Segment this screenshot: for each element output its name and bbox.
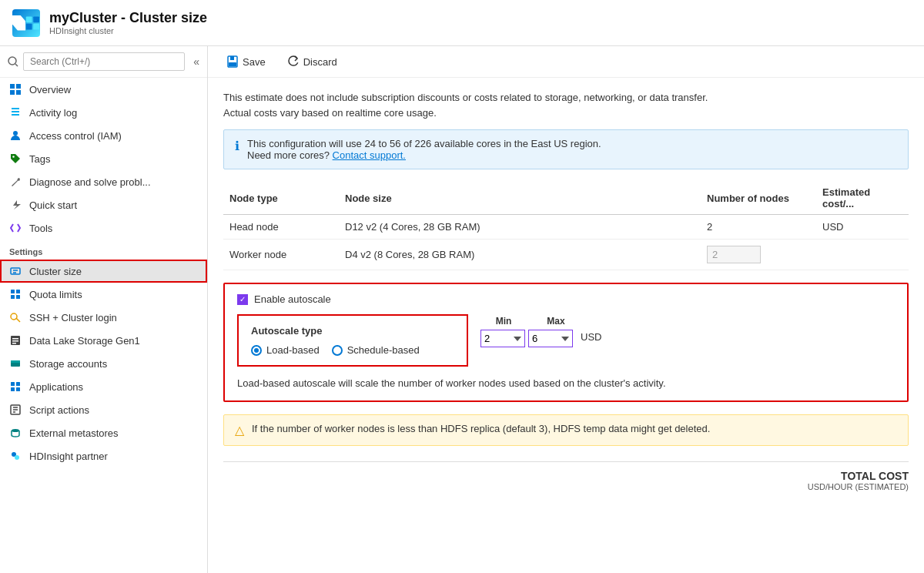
partner-icon xyxy=(9,450,22,462)
wrench-icon xyxy=(9,176,22,188)
svg-rect-9 xyxy=(16,90,21,95)
page-subtitle: HDInsight cluster xyxy=(49,26,207,35)
max-select[interactable]: 6 7 8 xyxy=(528,330,573,347)
col-node-type: Node type xyxy=(223,182,339,215)
svg-line-5 xyxy=(15,64,18,66)
sidebar-item-applications[interactable]: Applications xyxy=(0,375,207,398)
sidebar-item-label: Data Lake Storage Gen1 xyxy=(29,335,140,347)
total-cost-label: TOTAL COST USD/HOUR (ESTIMATED) xyxy=(808,470,909,491)
sidebar-item-tags[interactable]: Tags xyxy=(0,147,207,170)
discard-icon xyxy=(287,55,300,68)
autoscale-description: Load-based autoscale will scale the numb… xyxy=(237,376,895,391)
content-area: Save Discard This estimate does not incl… xyxy=(208,46,924,573)
svg-rect-15 xyxy=(11,268,20,274)
enable-autoscale-label: Enable autoscale xyxy=(254,293,331,305)
schedule-based-option[interactable]: Schedule-based xyxy=(332,344,420,356)
sidebar-item-label: HDInsight partner xyxy=(29,451,108,462)
sidebar-item-label: SSH + Cluster login xyxy=(29,312,117,323)
sidebar-item-label: Activity log xyxy=(29,107,77,119)
autoscale-section: Enable autoscale Autoscale type Load-bas… xyxy=(223,283,909,402)
save-icon xyxy=(226,55,239,68)
sidebar-item-label: Cluster size xyxy=(29,266,82,277)
min-select[interactable]: 2 3 4 xyxy=(480,330,525,347)
svg-rect-7 xyxy=(16,84,21,89)
svg-rect-43 xyxy=(229,62,236,66)
svg-rect-11 xyxy=(12,111,19,112)
warning-text: If the number of worker nodes is less th… xyxy=(252,423,710,434)
svg-point-14 xyxy=(12,156,14,157)
svg-rect-19 xyxy=(16,290,20,293)
search-input[interactable] xyxy=(23,52,185,71)
sidebar-item-overview[interactable]: Overview xyxy=(0,78,207,101)
num-nodes-worker xyxy=(701,240,816,270)
sidebar-item-script-actions[interactable]: Script actions xyxy=(0,398,207,421)
node-table: Node type Node size Number of nodes Esti… xyxy=(223,182,909,270)
schedule-based-radio[interactable] xyxy=(332,345,343,356)
discard-button[interactable]: Discard xyxy=(281,52,343,71)
svg-point-40 xyxy=(15,455,19,460)
sidebar-item-quickstart[interactable]: Quick start xyxy=(0,193,207,216)
num-nodes-head: 2 xyxy=(701,215,816,240)
load-based-option[interactable]: Load-based xyxy=(251,344,320,356)
sidebar-item-label: Quick start xyxy=(29,199,77,211)
worker-nodes-input[interactable] xyxy=(707,246,761,263)
sidebar-item-access-control[interactable]: Access control (IAM) xyxy=(0,124,207,147)
sidebar: « Overview Activity log xyxy=(0,46,208,573)
sidebar-item-quota-limits[interactable]: Quota limits xyxy=(0,283,207,306)
autoscale-type-radio-group: Load-based Schedule-based xyxy=(251,344,454,356)
sidebar-item-activity-log[interactable]: Activity log xyxy=(0,101,207,124)
svg-rect-30 xyxy=(11,382,15,386)
enable-autoscale-checkbox[interactable] xyxy=(237,294,248,305)
bolt-icon xyxy=(9,199,22,211)
warning-box: △ If the number of worker nodes is less … xyxy=(223,414,909,446)
table-row: Worker node D4 v2 (8 Cores, 28 GB RAM) xyxy=(223,240,909,270)
svg-rect-2 xyxy=(26,23,32,29)
node-size-head: D12 v2 (4 Cores, 28 GB RAM) xyxy=(339,215,701,240)
sidebar-item-external-metastores[interactable]: External metastores xyxy=(0,421,207,444)
grid-icon xyxy=(9,83,22,96)
minmax-labels: Min Max xyxy=(480,316,601,327)
header-title-block: myCluster - Cluster size HDInsight clust… xyxy=(49,10,207,35)
svg-rect-3 xyxy=(33,23,39,29)
sidebar-item-tools[interactable]: Tools xyxy=(0,216,207,240)
sidebar-item-diagnose[interactable]: Diagnose and solve probl... xyxy=(0,170,207,193)
svg-point-38 xyxy=(12,429,19,432)
autoscale-header: Enable autoscale xyxy=(237,293,895,305)
load-based-radio[interactable] xyxy=(251,345,262,356)
total-cost-section: TOTAL COST USD/HOUR (ESTIMATED) xyxy=(223,461,909,499)
svg-point-4 xyxy=(8,57,16,65)
sidebar-item-label: Tags xyxy=(29,153,50,165)
search-icon xyxy=(8,56,18,67)
sidebar-item-data-lake[interactable]: Data Lake Storage Gen1 xyxy=(0,329,207,352)
sidebar-item-storage-accounts[interactable]: Storage accounts xyxy=(0,352,207,375)
save-button[interactable]: Save xyxy=(220,52,272,71)
svg-point-13 xyxy=(13,131,18,136)
config-info-text: This configuration will use 24 to 56 of … xyxy=(247,138,601,161)
contact-support-link[interactable]: Contact support. xyxy=(333,149,406,161)
svg-rect-27 xyxy=(12,343,16,344)
schedule-based-label: Schedule-based xyxy=(347,344,420,356)
storage-icon xyxy=(9,334,22,347)
list-icon xyxy=(9,106,22,119)
sidebar-item-hdinsight-partner[interactable]: HDInsight partner xyxy=(0,444,207,467)
sidebar-item-label: Overview xyxy=(29,84,71,96)
sidebar-item-cluster-size[interactable]: Cluster size xyxy=(0,260,207,283)
sidebar-item-ssh-login[interactable]: SSH + Cluster login xyxy=(0,306,207,329)
page-title: myCluster - Cluster size xyxy=(49,10,207,26)
sidebar-collapse-button[interactable]: « xyxy=(193,55,199,68)
table-row: Head node D12 v2 (4 Cores, 28 GB RAM) 2 … xyxy=(223,215,909,240)
autoscale-type-box: Autoscale type Load-based Schedule-based xyxy=(237,314,468,367)
svg-rect-6 xyxy=(10,84,15,89)
db-icon xyxy=(9,427,22,439)
key-icon xyxy=(9,311,22,323)
settings-section-label: Settings xyxy=(0,240,207,260)
sidebar-item-label: Storage accounts xyxy=(29,358,107,370)
svg-line-23 xyxy=(16,318,20,322)
sidebar-item-label: Tools xyxy=(29,223,52,234)
min-label: Min xyxy=(480,316,527,327)
sidebar-item-label: Quota limits xyxy=(29,289,82,300)
app-icon xyxy=(12,9,40,37)
svg-rect-8 xyxy=(10,90,15,95)
resize-icon xyxy=(9,265,22,277)
total-cost-sublabel: USD/HOUR (ESTIMATED) xyxy=(808,482,909,491)
